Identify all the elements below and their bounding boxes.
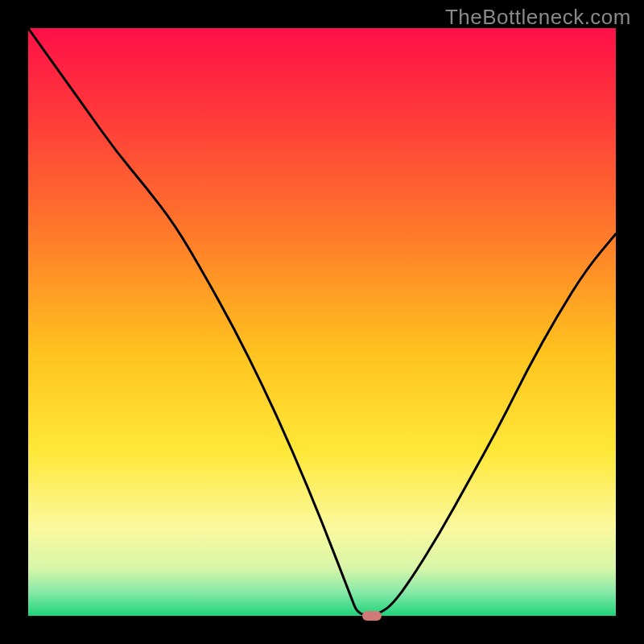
chart-area	[28, 28, 616, 616]
watermark-text: TheBottleneck.com	[445, 5, 631, 30]
bottleneck-marker	[362, 611, 382, 621]
curve-line	[28, 28, 616, 616]
